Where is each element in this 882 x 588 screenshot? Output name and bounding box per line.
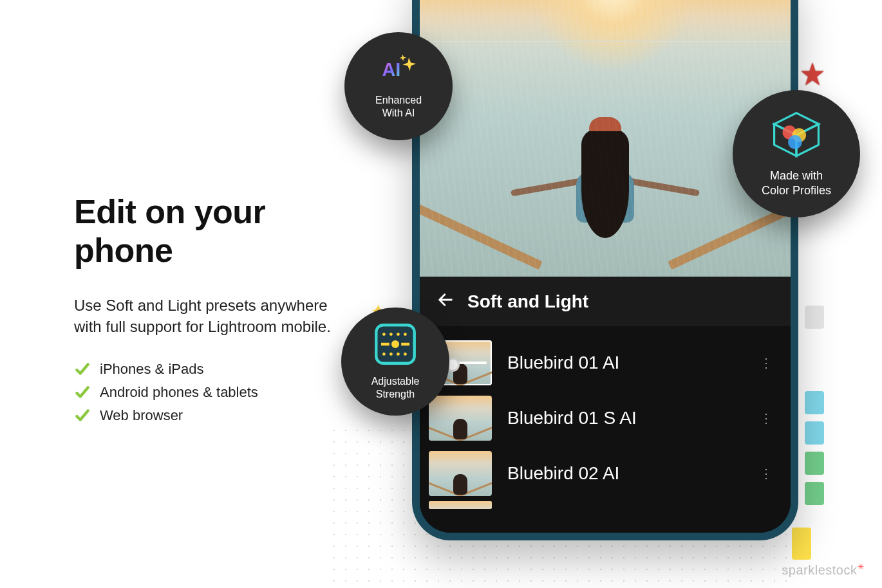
feature-checklist: iPhones & iPads Android phones & tablets… xyxy=(74,361,332,424)
stripe-decoration xyxy=(805,482,824,505)
badge-label: Adjustable xyxy=(371,375,420,388)
badge-label: Enhanced xyxy=(375,94,422,107)
badge-enhanced-ai: AI Enhanced With AI xyxy=(344,32,453,140)
svg-text:AI: AI xyxy=(382,59,400,80)
check-item: Android phones & tablets xyxy=(74,384,332,401)
svg-point-20 xyxy=(390,339,400,349)
stripe-decoration xyxy=(792,528,811,560)
slider-grid-icon xyxy=(374,323,417,369)
preset-row[interactable]: Bluebird 02 AI ⋮ xyxy=(420,446,791,501)
preset-thumbnail-partial xyxy=(429,501,492,509)
more-icon[interactable]: ⋮ xyxy=(760,466,773,481)
marketing-copy: Edit on your phone Use Soft and Light pr… xyxy=(74,193,332,430)
preset-group-header: Soft and Light xyxy=(420,277,791,326)
svg-point-14 xyxy=(404,333,407,336)
phone-screen: Soft and Light Bluebird 01 AI ⋮ Bluebird… xyxy=(420,0,791,533)
check-icon xyxy=(74,361,91,378)
badge-label: With AI xyxy=(382,107,415,120)
check-icon xyxy=(74,384,91,401)
more-icon[interactable]: ⋮ xyxy=(760,410,773,426)
subtext: Use Soft and Light presets anywhere with… xyxy=(74,295,332,338)
preset-name: Bluebird 02 AI xyxy=(507,463,744,484)
check-label: iPhones & iPads xyxy=(100,361,203,378)
svg-point-11 xyxy=(382,333,386,336)
badge-label: Strength xyxy=(376,388,415,401)
more-icon[interactable]: ⋮ xyxy=(760,355,773,371)
svg-point-9 xyxy=(788,135,802,149)
svg-point-15 xyxy=(382,352,386,355)
ai-sparkle-icon: AI xyxy=(378,53,419,87)
back-arrow-icon[interactable] xyxy=(436,291,455,312)
check-label: Android phones & tablets xyxy=(100,384,258,401)
phone-mockup: Soft and Light Bluebird 01 AI ⋮ Bluebird… xyxy=(412,0,798,540)
cube-color-icon xyxy=(769,110,824,163)
svg-point-18 xyxy=(404,352,407,355)
watermark: sparklestock✳ xyxy=(782,562,864,578)
svg-point-12 xyxy=(389,333,393,336)
preset-thumbnail[interactable] xyxy=(429,396,492,441)
preset-name: Bluebird 01 AI xyxy=(507,353,744,373)
badge-color-profiles: Made with Color Profiles xyxy=(733,90,860,217)
stripe-decoration xyxy=(805,421,824,445)
check-label: Web browser xyxy=(100,407,183,424)
check-icon xyxy=(74,407,91,424)
badge-adjustable-strength: Adjustable Strength xyxy=(341,308,449,416)
svg-point-17 xyxy=(397,352,400,355)
check-item: iPhones & iPads xyxy=(74,361,332,378)
svg-point-16 xyxy=(389,352,393,355)
headline: Edit on your phone xyxy=(74,193,332,270)
preset-list[interactable]: Bluebird 01 AI ⋮ Bluebird 01 S AI ⋮ Blue… xyxy=(420,326,791,533)
stripe-decoration xyxy=(805,391,824,414)
preset-row[interactable]: Bluebird 01 S AI ⋮ xyxy=(420,390,791,446)
badge-label: Color Profiles xyxy=(762,183,831,198)
svg-marker-0 xyxy=(801,62,823,85)
stripe-decoration xyxy=(805,452,824,475)
check-item: Web browser xyxy=(74,407,332,424)
stripe-decoration xyxy=(805,306,824,329)
preset-group-title: Soft and Light xyxy=(467,291,588,312)
badge-label: Made with xyxy=(770,169,823,183)
preset-name: Bluebird 01 S AI xyxy=(507,408,744,428)
svg-point-13 xyxy=(397,333,400,336)
svg-marker-2 xyxy=(402,57,416,71)
preset-row[interactable]: Bluebird 01 AI ⋮ xyxy=(420,335,791,390)
star-decoration xyxy=(798,61,827,92)
preset-thumbnail[interactable] xyxy=(429,451,492,496)
